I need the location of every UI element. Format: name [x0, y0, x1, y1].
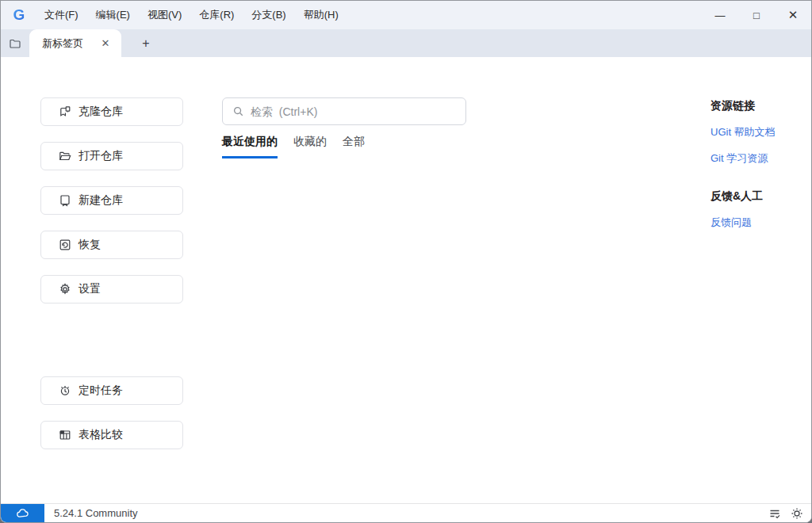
- cloud-sync-button[interactable]: [1, 504, 44, 522]
- tab-new-page[interactable]: 新标签页 ✕: [29, 29, 121, 57]
- clone-repo-button[interactable]: 克隆仓库: [40, 97, 183, 126]
- new-repo-button[interactable]: 新建仓库: [40, 186, 183, 215]
- side-btn-label: 设置: [79, 282, 101, 296]
- repository-list-button[interactable]: [1, 29, 29, 57]
- menu-bar: 文件(F) 编辑(E) 视图(V) 仓库(R) 分支(B) 帮助(H): [36, 4, 347, 26]
- search-box[interactable]: [222, 97, 466, 125]
- menu-repository[interactable]: 仓库(R): [190, 4, 243, 26]
- resource-links-title: 资源链接: [710, 99, 806, 113]
- tab-recently-used[interactable]: 最近使用的: [222, 135, 278, 158]
- side-btn-label: 克隆仓库: [79, 105, 123, 119]
- repo-clone-icon: [59, 105, 71, 118]
- maximize-button[interactable]: □: [738, 1, 775, 29]
- minimize-button[interactable]: —: [702, 1, 738, 29]
- table-compare-icon: [59, 429, 71, 441]
- status-bar-right: [768, 507, 811, 520]
- search-icon: [232, 105, 244, 117]
- restore-icon: [59, 239, 71, 251]
- theme-brightness-icon[interactable]: [791, 507, 803, 520]
- repo-new-icon: [59, 194, 71, 207]
- gear-icon: [59, 283, 71, 296]
- menu-file[interactable]: 文件(F): [36, 4, 87, 26]
- table-compare-button[interactable]: 表格比较: [40, 421, 183, 449]
- side-btn-label: 表格比较: [79, 428, 123, 442]
- side-btn-label: 恢复: [79, 238, 101, 252]
- feedback-issue-link[interactable]: 反馈问题: [710, 216, 806, 230]
- sidebar: 克隆仓库 打开仓库 新建仓库: [40, 97, 183, 465]
- open-repo-button[interactable]: 打开仓库: [40, 142, 183, 170]
- menu-help[interactable]: 帮助(H): [295, 4, 347, 26]
- tab-label: 新标签页: [42, 36, 98, 51]
- restore-button[interactable]: 恢复: [40, 231, 183, 259]
- folder-icon: [9, 37, 21, 50]
- window-controls: — □ ✕: [702, 1, 811, 29]
- timer-task-icon: [59, 384, 71, 397]
- main-content: 克隆仓库 打开仓库 新建仓库: [1, 57, 811, 503]
- tab-favorites[interactable]: 收藏的: [293, 135, 327, 158]
- feedback-title: 反馈&人工: [710, 189, 806, 204]
- tab-all[interactable]: 全部: [343, 135, 365, 158]
- search-input[interactable]: [251, 105, 458, 118]
- cloud-icon: [16, 508, 30, 519]
- menu-branch[interactable]: 分支(B): [243, 4, 294, 26]
- tab-strip: 新标签页 ✕ +: [1, 29, 811, 57]
- app-logo-icon: G: [10, 6, 28, 24]
- new-tab-button[interactable]: +: [136, 33, 156, 54]
- resource-aside: 资源链接 UGit 帮助文档 Git 学习资源 反馈&人工 反馈问题: [710, 99, 806, 230]
- repository-panel: 最近使用的 收藏的 全部: [222, 97, 466, 158]
- git-learning-link[interactable]: Git 学习资源: [710, 151, 806, 166]
- app-window: G 文件(F) 编辑(E) 视图(V) 仓库(R) 分支(B) 帮助(H) — …: [0, 0, 812, 523]
- filter-tabs: 最近使用的 收藏的 全部: [222, 135, 466, 158]
- title-bar: G 文件(F) 编辑(E) 视图(V) 仓库(R) 分支(B) 帮助(H) — …: [1, 1, 811, 29]
- menu-view[interactable]: 视图(V): [139, 4, 190, 26]
- tab-close-icon[interactable]: ✕: [98, 36, 113, 52]
- close-window-button[interactable]: ✕: [775, 1, 811, 29]
- status-bar: 5.24.1 Community: [1, 503, 811, 522]
- folder-open-icon: [59, 150, 71, 162]
- scheduled-tasks-button[interactable]: 定时任务: [40, 376, 183, 405]
- settings-button[interactable]: 设置: [40, 275, 183, 303]
- side-btn-label: 新建仓库: [79, 193, 123, 208]
- side-btn-label: 打开仓库: [79, 149, 123, 163]
- app-version-label: 5.24.1 Community: [54, 507, 138, 519]
- task-log-icon[interactable]: [768, 507, 781, 520]
- menu-edit[interactable]: 编辑(E): [87, 4, 139, 26]
- side-btn-label: 定时任务: [79, 384, 123, 398]
- ugit-help-doc-link[interactable]: UGit 帮助文档: [710, 125, 806, 139]
